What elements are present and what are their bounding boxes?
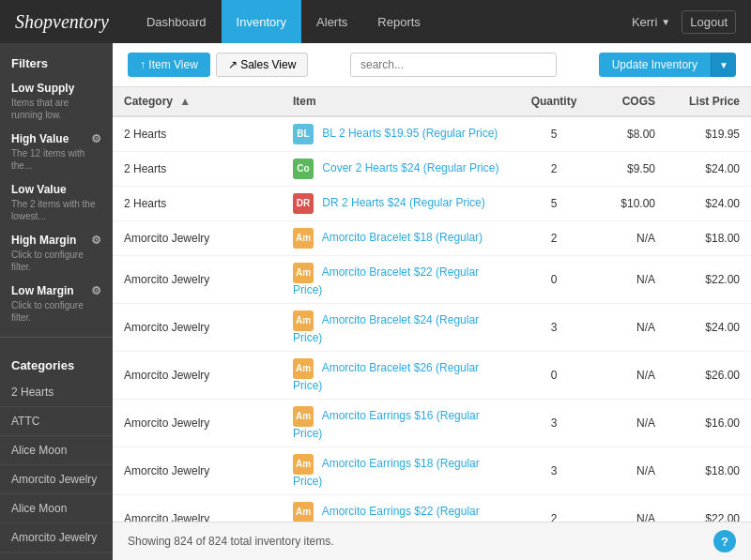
cell-price: $22.00 bbox=[667, 495, 751, 522]
nav-link-reports[interactable]: Reports bbox=[362, 0, 436, 43]
cell-category: Amorcito Jewelry bbox=[113, 400, 282, 447]
table-row: Amorcito Jewelry Am Amorcito Bracelet $2… bbox=[113, 352, 751, 400]
table-footer: Showing 824 of 824 total inventory items… bbox=[113, 522, 751, 560]
item-link[interactable]: Amorcito Earrings $16 (Regular Price) bbox=[293, 409, 480, 440]
item-link[interactable]: Amorcito Earrings $22 (Regular Price) bbox=[293, 505, 480, 522]
sort-arrow-category: ▲ bbox=[179, 95, 191, 108]
search-input[interactable] bbox=[350, 53, 557, 77]
cell-item: Am Amorcito Earrings $16 (Regular Price) bbox=[282, 400, 516, 447]
cell-item: Am Amorcito Bracelet $24 (Regular Price) bbox=[282, 304, 516, 352]
item-link[interactable]: Amorcito Bracelet $26 (Regular Price) bbox=[293, 361, 479, 392]
cell-category: Amorcito Jewelry bbox=[113, 304, 282, 352]
item-link[interactable]: Amorcito Bracelet $24 (Regular Price) bbox=[293, 313, 479, 344]
cell-price: $24.00 bbox=[667, 187, 751, 221]
item-view-button[interactable]: ↑ Item View bbox=[128, 53, 210, 77]
sidebar-category-item[interactable]: Amorcito Jewelry bbox=[0, 523, 113, 552]
sidebar-category-item[interactable]: Alice Moon bbox=[0, 436, 113, 465]
item-link[interactable]: DR 2 Hearts $24 (Regular Price) bbox=[322, 196, 484, 209]
nav-link-alerts[interactable]: Alerts bbox=[301, 0, 362, 43]
nav-link-inventory[interactable]: Inventory bbox=[222, 0, 301, 43]
item-badge: DR bbox=[293, 193, 314, 214]
sidebar-category-item[interactable]: ATTC bbox=[0, 407, 113, 436]
cell-price: $19.95 bbox=[667, 116, 751, 152]
cell-cogs: $9.50 bbox=[591, 152, 667, 187]
table-row: 2 Hearts BL BL 2 Hearts $19.95 (Regular … bbox=[113, 116, 751, 152]
cell-cogs: N/A bbox=[591, 400, 667, 447]
sidebar-filter-low-margin[interactable]: Low Margin ⚙ Click to configure filter. bbox=[0, 279, 113, 329]
sidebar-filter-low-supply[interactable]: Low Supply Items that are running low. bbox=[0, 76, 113, 127]
item-link[interactable]: Amorcito Earrings $18 (Regular Price) bbox=[293, 457, 480, 488]
cell-item: Co Cover 2 Hearts $24 (Regular Price) bbox=[282, 152, 516, 187]
app-brand: Shopventory bbox=[15, 11, 109, 33]
cell-price: $22.00 bbox=[667, 256, 751, 304]
sales-view-button[interactable]: ↗ Sales View bbox=[216, 53, 308, 77]
update-inventory-button[interactable]: Update Inventory bbox=[599, 53, 711, 77]
item-badge: BL bbox=[293, 124, 314, 144]
gear-icon[interactable]: ⚙ bbox=[91, 284, 101, 297]
column-header-price[interactable]: List Price bbox=[667, 87, 751, 116]
sidebar-category-item[interactable]: 2 Hearts bbox=[0, 378, 113, 407]
sidebar-category-item[interactable]: Anama bbox=[0, 552, 113, 560]
item-badge: Am bbox=[293, 263, 314, 283]
cell-price: $18.00 bbox=[667, 447, 751, 495]
cell-item: DR DR 2 Hearts $24 (Regular Price) bbox=[282, 187, 516, 221]
cell-quantity: 5 bbox=[516, 116, 591, 152]
column-header-cogs[interactable]: COGS bbox=[591, 87, 667, 116]
item-link[interactable]: Cover 2 Hearts $24 (Regular Price) bbox=[322, 161, 498, 174]
column-header-quantity[interactable]: Quantity bbox=[516, 87, 591, 116]
table-row: Amorcito Jewelry Am Amorcito Earrings $2… bbox=[113, 495, 751, 522]
table-row: Amorcito Jewelry Am Amorcito Bracelet $1… bbox=[113, 221, 751, 256]
gear-icon[interactable]: ⚙ bbox=[91, 132, 101, 145]
column-header-category[interactable]: Category ▲ bbox=[113, 87, 282, 116]
sidebar-filter-high-value[interactable]: High Value ⚙ The 12 items with the... bbox=[0, 127, 113, 177]
filter-name: Low Supply bbox=[11, 82, 101, 95]
table-row: 2 Hearts Co Cover 2 Hearts $24 (Regular … bbox=[113, 152, 751, 187]
cell-cogs: N/A bbox=[591, 304, 667, 352]
item-badge: Am bbox=[293, 310, 314, 331]
table-status: Showing 824 of 824 total inventory items… bbox=[128, 535, 333, 548]
filter-name: Low Margin ⚙ bbox=[11, 284, 101, 297]
cell-category: Amorcito Jewelry bbox=[113, 447, 282, 495]
navbar-right: Kerri ▼ Logout bbox=[632, 10, 736, 34]
cell-item: Am Amorcito Bracelet $18 (Regular) bbox=[282, 221, 516, 256]
sidebar-category-item[interactable]: Amorcito Jewelry bbox=[0, 465, 113, 494]
table-header: Category ▲ Item Quantity COGS List Price bbox=[113, 87, 751, 116]
inventory-table: Category ▲ Item Quantity COGS List Price… bbox=[113, 87, 751, 522]
inventory-table-container: Category ▲ Item Quantity COGS List Price… bbox=[113, 87, 751, 522]
cell-category: Amorcito Jewelry bbox=[113, 495, 282, 522]
help-button[interactable]: ? bbox=[713, 530, 736, 552]
column-header-item[interactable]: Item bbox=[282, 87, 516, 116]
logout-button[interactable]: Logout bbox=[682, 10, 736, 34]
cell-cogs: N/A bbox=[591, 447, 667, 495]
sidebar-filter-low-value[interactable]: Low Value The 2 items with the lowest... bbox=[0, 177, 113, 228]
cell-cogs: $8.00 bbox=[591, 116, 667, 152]
cell-quantity: 2 bbox=[516, 221, 591, 256]
nav-user[interactable]: Kerri ▼ bbox=[632, 15, 670, 29]
filter-name: Low Value bbox=[11, 183, 101, 196]
cell-quantity: 3 bbox=[516, 304, 591, 352]
item-link[interactable]: Amorcito Bracelet $18 (Regular) bbox=[322, 231, 483, 244]
sidebar-filter-high-margin[interactable]: High Margin ⚙ Click to configure filter. bbox=[0, 228, 113, 279]
item-link[interactable]: BL 2 Hearts $19.95 (Regular Price) bbox=[322, 127, 498, 140]
sidebar-category-item[interactable]: Alice Moon bbox=[0, 494, 113, 523]
table-row: Amorcito Jewelry Am Amorcito Bracelet $2… bbox=[113, 304, 751, 352]
cell-category: 2 Hearts bbox=[113, 187, 282, 221]
cell-quantity: 2 bbox=[516, 152, 591, 187]
cell-price: $26.00 bbox=[667, 352, 751, 400]
cell-category: 2 Hearts bbox=[113, 152, 282, 187]
cell-category: Amorcito Jewelry bbox=[113, 352, 282, 400]
cell-quantity: 0 bbox=[516, 256, 591, 304]
table-row: Amorcito Jewelry Am Amorcito Bracelet $2… bbox=[113, 256, 751, 304]
toolbar: ↑ Item View ↗ Sales View Update Inventor… bbox=[113, 43, 751, 87]
nav-link-dashboard[interactable]: Dashboard bbox=[131, 0, 222, 43]
cell-item: Am Amorcito Bracelet $26 (Regular Price) bbox=[282, 352, 516, 400]
update-inventory-dropdown-button[interactable]: ▼ bbox=[711, 53, 736, 77]
cell-category: Amorcito Jewelry bbox=[113, 256, 282, 304]
item-badge: Am bbox=[293, 502, 314, 522]
cell-quantity: 5 bbox=[516, 187, 591, 221]
item-link[interactable]: Amorcito Bracelet $22 (Regular Price) bbox=[293, 265, 479, 296]
sidebar: Filters Low Supply Items that are runnin… bbox=[0, 43, 113, 560]
gear-icon[interactable]: ⚙ bbox=[91, 234, 101, 247]
main-layout: Filters Low Supply Items that are runnin… bbox=[0, 43, 751, 560]
table-row: 2 Hearts DR DR 2 Hearts $24 (Regular Pri… bbox=[113, 187, 751, 221]
